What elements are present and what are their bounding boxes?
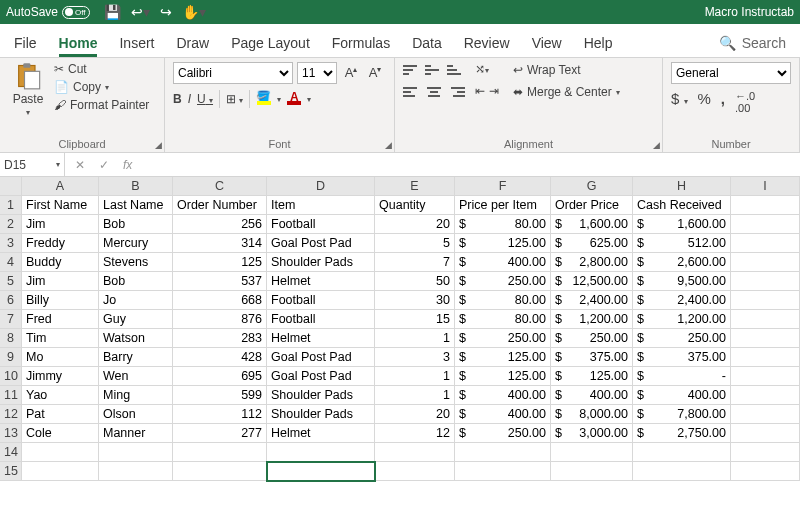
- cell[interactable]: Shoulder Pads: [267, 386, 375, 405]
- col-header[interactable]: G: [551, 177, 633, 196]
- cell[interactable]: Goal Post Pad: [267, 367, 375, 386]
- font-dialog-launcher-icon[interactable]: ◢: [385, 140, 392, 150]
- tab-draw[interactable]: Draw: [176, 35, 209, 57]
- tab-review[interactable]: Review: [464, 35, 510, 57]
- redo-icon[interactable]: ↪: [160, 4, 172, 20]
- toggle-off-icon[interactable]: Off: [62, 6, 90, 19]
- cell[interactable]: Guy: [99, 310, 173, 329]
- cell[interactable]: 537: [173, 272, 267, 291]
- cell[interactable]: Ming: [99, 386, 173, 405]
- cell[interactable]: [99, 443, 173, 462]
- cell[interactable]: Fred: [22, 310, 99, 329]
- cell[interactable]: Tim: [22, 329, 99, 348]
- cell[interactable]: Bob: [99, 272, 173, 291]
- format-painter-button[interactable]: 🖌Format Painter: [54, 98, 149, 112]
- align-right-button[interactable]: [447, 84, 465, 100]
- cell[interactable]: Jimmy: [22, 367, 99, 386]
- tab-home[interactable]: Home: [59, 35, 98, 57]
- cell[interactable]: 428: [173, 348, 267, 367]
- cell[interactable]: Goal Post Pad: [267, 234, 375, 253]
- italic-button[interactable]: I: [188, 92, 191, 106]
- cell[interactable]: $8,000.00: [551, 405, 633, 424]
- cell[interactable]: $7,800.00: [633, 405, 731, 424]
- cell[interactable]: $125.00: [455, 367, 551, 386]
- fx-icon[interactable]: fx: [123, 158, 132, 172]
- undo-icon[interactable]: ↩▾: [131, 4, 150, 20]
- cell[interactable]: [551, 443, 633, 462]
- cell[interactable]: [375, 443, 455, 462]
- tab-formulas[interactable]: Formulas: [332, 35, 390, 57]
- col-header[interactable]: A: [22, 177, 99, 196]
- align-center-button[interactable]: [425, 84, 443, 100]
- cell[interactable]: $400.00: [551, 386, 633, 405]
- cell[interactable]: Stevens: [99, 253, 173, 272]
- cell[interactable]: $1,600.00: [551, 215, 633, 234]
- decrease-font-icon[interactable]: A▾: [365, 64, 385, 81]
- cell[interactable]: Order Price: [551, 196, 633, 215]
- cell[interactable]: $250.00: [455, 329, 551, 348]
- cell[interactable]: Olson: [99, 405, 173, 424]
- cell[interactable]: 50: [375, 272, 455, 291]
- cell[interactable]: Shoulder Pads: [267, 253, 375, 272]
- tell-me-search[interactable]: 🔍 Search: [719, 35, 786, 57]
- cell[interactable]: 30: [375, 291, 455, 310]
- bold-button[interactable]: B: [173, 92, 182, 106]
- comma-style-button[interactable]: ,: [721, 90, 725, 114]
- cell[interactable]: $80.00: [455, 215, 551, 234]
- cell[interactable]: $125.00: [455, 348, 551, 367]
- touch-mode-icon[interactable]: ✋▾: [182, 4, 206, 20]
- col-header[interactable]: E: [375, 177, 455, 196]
- tab-data[interactable]: Data: [412, 35, 442, 57]
- cell[interactable]: 20: [375, 405, 455, 424]
- cell[interactable]: $512.00: [633, 234, 731, 253]
- cell[interactable]: $80.00: [455, 310, 551, 329]
- col-header[interactable]: C: [173, 177, 267, 196]
- cell[interactable]: Football: [267, 291, 375, 310]
- cell[interactable]: 12: [375, 424, 455, 443]
- cell[interactable]: Pat: [22, 405, 99, 424]
- cell[interactable]: $2,400.00: [551, 291, 633, 310]
- cell[interactable]: $2,400.00: [633, 291, 731, 310]
- cell[interactable]: 695: [173, 367, 267, 386]
- cell[interactable]: Goal Post Pad: [267, 348, 375, 367]
- autosave-toggle[interactable]: AutoSave Off: [6, 5, 90, 19]
- cell[interactable]: Mo: [22, 348, 99, 367]
- underline-button[interactable]: U ▾: [197, 92, 213, 106]
- tab-page-layout[interactable]: Page Layout: [231, 35, 310, 57]
- cell[interactable]: Price per Item: [455, 196, 551, 215]
- cell[interactable]: $250.00: [551, 329, 633, 348]
- cell[interactable]: $125.00: [455, 234, 551, 253]
- cell[interactable]: Buddy: [22, 253, 99, 272]
- cell[interactable]: Watson: [99, 329, 173, 348]
- tab-file[interactable]: File: [14, 35, 37, 57]
- cell[interactable]: First Name: [22, 196, 99, 215]
- col-header[interactable]: H: [633, 177, 731, 196]
- clipboard-dialog-launcher-icon[interactable]: ◢: [155, 140, 162, 150]
- col-header[interactable]: D: [267, 177, 375, 196]
- cell[interactable]: 112: [173, 405, 267, 424]
- cell[interactable]: 283: [173, 329, 267, 348]
- cell[interactable]: $250.00: [455, 424, 551, 443]
- cell[interactable]: [267, 462, 375, 481]
- cell[interactable]: [455, 443, 551, 462]
- cell[interactable]: [375, 462, 455, 481]
- cell[interactable]: Cash Received: [633, 196, 731, 215]
- cell[interactable]: 7: [375, 253, 455, 272]
- cell[interactable]: 668: [173, 291, 267, 310]
- number-format-select[interactable]: General: [671, 62, 791, 84]
- cell[interactable]: Football: [267, 215, 375, 234]
- font-size-select[interactable]: 11: [297, 62, 337, 84]
- cell[interactable]: $400.00: [455, 405, 551, 424]
- cell[interactable]: Manner: [99, 424, 173, 443]
- cell[interactable]: $375.00: [551, 348, 633, 367]
- percent-style-button[interactable]: %: [698, 90, 711, 114]
- align-left-button[interactable]: [403, 84, 421, 100]
- cell[interactable]: Shoulder Pads: [267, 405, 375, 424]
- cell[interactable]: $400.00: [455, 386, 551, 405]
- cell[interactable]: Football: [267, 310, 375, 329]
- paste-button[interactable]: Paste ▾: [8, 62, 48, 117]
- col-header[interactable]: B: [99, 177, 173, 196]
- increase-indent-button[interactable]: ⇥: [489, 84, 499, 100]
- cell[interactable]: $625.00: [551, 234, 633, 253]
- copy-button[interactable]: 📄Copy ▾: [54, 80, 149, 94]
